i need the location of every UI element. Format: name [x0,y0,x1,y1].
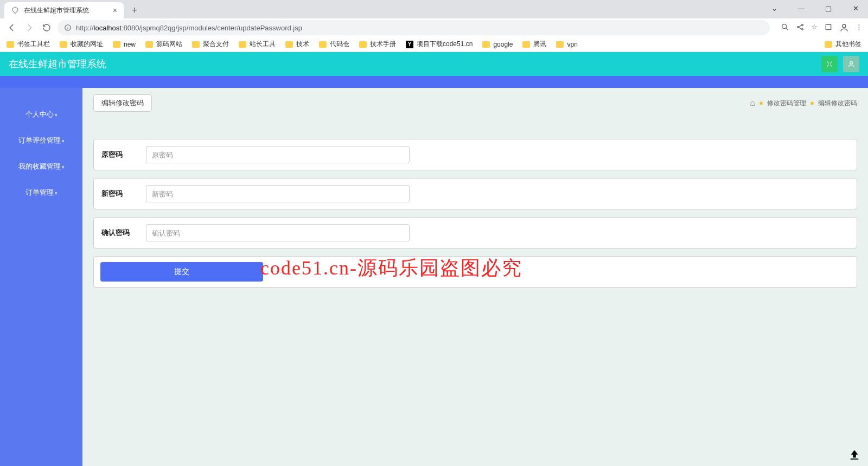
svg-point-10 [843,24,846,28]
bookmark-item[interactable]: vpn [556,41,577,48]
folder-icon [192,41,200,48]
form-row-original: 原密码 [93,139,857,170]
svg-rect-12 [851,458,859,459]
nav-reload-icon[interactable] [40,21,53,34]
svg-line-5 [786,28,788,30]
svg-point-6 [797,27,799,28]
star-icon[interactable]: ☆ [811,23,818,33]
star-icon: ★ [809,100,815,107]
folder-icon [285,41,293,48]
submit-button[interactable]: 提交 [100,262,263,282]
folder-icon [556,41,564,48]
folder-icon [825,41,832,48]
share-icon[interactable] [796,23,805,33]
app-header: 在线生鲜超市管理系统 [0,52,868,76]
content-area: 编辑修改密码 ⌂ ★ 修改密码管理 ★ 编辑修改密码 原密码 新密码 确认密码 … [82,88,868,466]
chevron-down-icon: ▾ [62,138,65,144]
bookmark-item[interactable]: 源码网站 [145,40,182,49]
folder-icon [239,41,246,48]
nav-forward-icon[interactable] [23,21,36,34]
home-icon[interactable]: ⌂ [750,98,755,108]
bookmark-item[interactable]: 书签工具栏 [7,40,50,49]
tab-close-icon[interactable]: × [113,6,117,15]
breadcrumb: ⌂ ★ 修改密码管理 ★ 编辑修改密码 [750,98,857,108]
folder-icon [482,41,490,48]
tab-bar: 在线生鲜超市管理系统 × + [0,0,868,18]
main-layout: 个人中心▾ 订单评价管理▾ 我的收藏管理▾ 订单管理▾ 编辑修改密码 ⌂ ★ 修… [0,88,868,466]
address-bar[interactable]: http://localhost:8080/jspmq82qg/jsp/modu… [58,20,770,35]
y-icon: Y [406,41,413,48]
bookmark-item[interactable]: 腾讯 [522,40,546,49]
svg-point-8 [802,29,803,30]
folder-icon [60,41,67,48]
form-row-new: 新密码 [93,178,857,209]
original-password-input[interactable] [146,146,410,163]
upload-icon[interactable] [848,449,860,461]
sidebar-item-orders[interactable]: 订单管理▾ [0,180,82,206]
url-text: http://localhost:8080/jspmq82qg/jsp/modu… [76,24,302,32]
window-close[interactable]: ✕ [847,4,864,12]
browser-chrome: ⌄ — ▢ ✕ 在线生鲜超市管理系统 × + http://localhost:… [0,0,868,52]
extensions-icon[interactable] [824,23,833,33]
svg-rect-9 [826,24,831,29]
label-original-password: 原密码 [101,150,146,159]
address-row: http://localhost:8080/jspmq82qg/jsp/modu… [0,18,868,37]
svg-marker-0 [12,7,17,14]
window-controls: ⌄ — ▢ ✕ [766,4,864,12]
folder-icon [319,41,327,48]
folder-icon [7,41,14,48]
window-minimize-arrow-icon[interactable]: ⌄ [766,4,782,12]
other-bookmarks[interactable]: 其他书签 [825,40,861,49]
bookmark-item[interactable]: 聚合支付 [192,40,229,49]
new-tab-button[interactable]: + [127,3,142,18]
sidebar-item-personal[interactable]: 个人中心▾ [0,102,82,128]
submit-row: 提交 [93,256,857,288]
address-actions: ☆ ⋮ [781,23,863,33]
user-menu-button[interactable] [843,56,859,72]
breadcrumb-item: 编辑修改密码 [818,99,857,108]
label-new-password: 新密码 [101,189,146,199]
bookmark-item[interactable]: new [113,41,136,48]
chevron-down-icon: ▾ [55,112,58,118]
bookmark-item[interactable]: google [482,41,513,48]
chevron-down-icon: ▾ [55,190,58,196]
chevron-down-icon: ▾ [62,164,65,170]
nav-back-icon[interactable] [5,21,18,34]
content-header: 编辑修改密码 ⌂ ★ 修改密码管理 ★ 编辑修改密码 [93,94,857,112]
bookmark-item[interactable]: Y项目下载code51.cn [406,40,473,49]
profile-icon[interactable] [839,23,849,33]
browser-tab[interactable]: 在线生鲜超市管理系统 × [4,2,124,18]
zoom-icon[interactable] [781,23,789,33]
bookmark-item[interactable]: 代码仓 [319,40,349,49]
svg-point-4 [782,24,787,29]
app-title: 在线生鲜超市管理系统 [9,58,106,71]
window-minimize[interactable]: — [793,4,809,12]
confirm-password-input[interactable] [146,224,410,241]
sidebar: 个人中心▾ 订单评价管理▾ 我的收藏管理▾ 订单管理▾ [0,88,82,466]
folder-icon [359,41,367,48]
sidebar-item-review[interactable]: 订单评价管理▾ [0,128,82,154]
breadcrumb-item[interactable]: 修改密码管理 [767,99,806,108]
folder-icon [113,41,120,48]
label-confirm-password: 确认密码 [101,228,146,238]
svg-point-11 [850,61,853,64]
bookmark-item[interactable]: 技术手册 [359,40,396,49]
tab-title: 在线生鲜超市管理系统 [24,6,89,15]
bookmarks-bar: 书签工具栏 收藏的网址 new 源码网站 聚合支付 站长工具 技术 代码仓 技术… [0,37,868,52]
folder-icon [522,41,530,48]
bookmark-item[interactable]: 收藏的网址 [60,40,103,49]
info-icon [64,24,72,31]
bookmark-item[interactable]: 站长工具 [239,40,276,49]
new-password-input[interactable] [146,185,410,202]
folder-icon [145,41,153,48]
tab-favicon-icon [11,6,20,15]
page-title-button[interactable]: 编辑修改密码 [93,94,152,112]
form-row-confirm: 确认密码 [93,217,857,248]
blue-accent-bar [0,76,868,88]
sidebar-item-favorites[interactable]: 我的收藏管理▾ [0,154,82,180]
menu-icon[interactable]: ⋮ [856,23,863,33]
window-maximize[interactable]: ▢ [820,4,837,12]
bookmark-item[interactable]: 技术 [285,40,309,49]
svg-point-7 [802,24,803,26]
fullscreen-button[interactable] [821,56,838,72]
